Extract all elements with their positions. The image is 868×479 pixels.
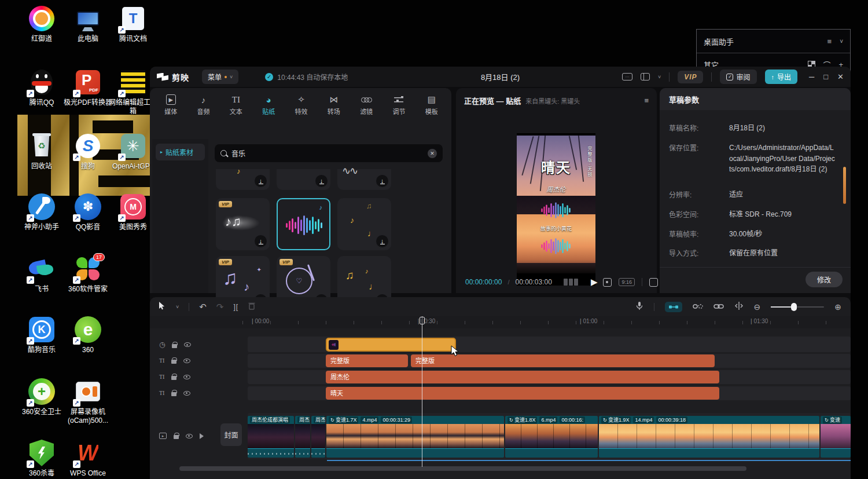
search-input[interactable]: 音乐 ✕ [215,144,443,162]
minimize-button[interactable]: ─ [809,72,814,81]
chevron-down-icon[interactable]: ˅ [176,304,179,310]
delete-icon[interactable] [248,302,255,312]
close-button[interactable]: ✕ [837,72,844,81]
undo-icon[interactable]: ↶ [199,302,207,312]
play-button[interactable]: ▶ [591,277,598,287]
desktop-icon-kugou[interactable]: K↗ 酷狗音乐 [15,316,68,354]
video-clip-7[interactable]: 变速 [821,416,851,458]
video-clip-6[interactable]: 变速1.9X 14.mp4 00:00:39:18 [599,416,819,458]
lock-icon[interactable] [172,344,177,348]
sticker-item-yellow-notes[interactable]: ♫ ♪ ♩ ↓ [337,198,391,250]
frame-view-icon[interactable] [564,279,578,286]
visibility-icon[interactable] [183,359,190,363]
lock-icon[interactable] [171,360,176,364]
desktop-icon-recycle-bin[interactable]: ♻ 回收站 [15,132,68,171]
layout-icon[interactable] [641,73,650,81]
tab-filters[interactable]: 滤镜 [350,92,382,120]
fullscreen-icon[interactable] [649,278,658,287]
slider-thumb[interactable] [791,303,797,311]
unlink-icon[interactable] [693,302,703,312]
modify-button[interactable]: 修改 [806,272,843,287]
preview-quality-icon[interactable] [603,278,612,287]
video-clip-4[interactable]: 变速1.7X 4.mp4 00:00:31:29 [326,416,504,458]
sticker-item[interactable]: ↓ [277,169,330,190]
vip-button[interactable]: VIP [678,71,703,83]
tab-audio[interactable]: ♪音频 [187,92,219,120]
sticker-item-spectrum-selected[interactable]: ♪ [277,198,330,250]
timeline-zoom-slider[interactable] [771,306,824,308]
visibility-icon[interactable] [183,375,190,379]
tab-templates[interactable]: ▤模板 [415,92,448,120]
tab-sticker[interactable]: ◕贴纸 [252,92,285,120]
cover-button[interactable]: 封面 [220,423,242,446]
text-clip[interactable]: 周杰伦 [326,371,719,383]
clear-search-icon[interactable]: ✕ [428,149,437,158]
download-icon[interactable]: ↓ [255,175,267,187]
select-tool-icon[interactable] [158,301,166,312]
download-icon[interactable]: ↓ [376,175,388,187]
video-clip-1[interactable]: 周杰伦成都演唱 [248,416,294,458]
review-button[interactable]: ✓ 审阅 [720,70,756,84]
desktop-icon-360-browser[interactable]: e↗ 360 [61,316,115,354]
text-clip[interactable]: 完整版 [326,354,408,367]
desktop-icon-360-safe[interactable]: +↗ 360安全卫士 [15,378,68,416]
playhead-handle[interactable] [420,317,425,324]
lock-icon[interactable] [171,376,176,380]
timeline-horizontal-scrollbar[interactable] [179,466,746,471]
video-clip-3[interactable]: 周杰 [311,416,325,458]
chevron-down-icon[interactable]: ˅ [658,74,661,80]
maximize-button[interactable]: □ [823,72,828,81]
tab-media[interactable]: ▸媒体 [155,92,187,120]
timeline-ruler[interactable]: 00:00 00:30 01:00 01:30 [150,316,851,328]
desktop-icon-360-antivirus[interactable]: ↗ 360杀毒 [15,439,68,478]
text-clip[interactable]: 晴天 [326,387,719,400]
chevron-down-icon[interactable]: ˅ [840,38,843,45]
zoom-in-icon[interactable]: ⊕ [834,302,841,312]
menu-button[interactable]: 菜单 ˅ [202,70,238,84]
visibility-icon[interactable] [183,391,190,396]
desktop-icon-tencent-docs[interactable]: T↗ 腾讯文档 [106,5,160,43]
playhead[interactable] [422,316,422,467]
visibility-icon[interactable] [184,342,191,347]
video-preview[interactable]: 晴天 周杰伦 完整版·无损 故事的小黄花 [517,133,595,286]
desktop-icon-qq[interactable]: ↗ 腾讯QQ [15,68,68,107]
link-icon[interactable] [713,302,724,312]
tab-effects[interactable]: ✧特效 [285,92,317,120]
panel-scrollbar[interactable] [843,167,846,204]
sidebar-item-sticker-material[interactable]: ▸ 贴纸素材 [156,144,205,160]
sticker-item[interactable]: ♪ ↓ [216,169,270,190]
menu-icon[interactable]: ≡ [827,37,832,46]
download-icon[interactable]: ↓ [376,235,388,247]
split-track-icon[interactable] [734,302,744,312]
tab-adjust[interactable]: 调节 [382,92,415,120]
assistant-header[interactable]: 桌面助手 ≡ ˅ [697,30,850,53]
audio-track-strip[interactable] [327,460,851,461]
download-icon[interactable]: ↓ [315,175,328,187]
preview-menu-icon[interactable]: ≡ [644,96,649,105]
sticker-item[interactable]: ∿∿ ↓ [337,169,391,190]
download-icon[interactable]: ↓ [255,235,267,247]
desktop-icon-360-manager[interactable]: 17↗ 360软件管家 [61,255,115,294]
desktop-icon-wps[interactable]: W↗ WPS Office [61,439,115,478]
sticker-clip-selected[interactable] [326,338,456,352]
desktop-icon-hongyudao[interactable]: 红御道 [15,5,68,43]
record-voiceover-icon[interactable] [635,301,643,313]
export-button[interactable]: ↑ 导出 [765,70,798,84]
desktop-icon-shenfu-helper[interactable]: ↗ 神斧小助手 [15,193,68,232]
snap-toggle-icon[interactable] [665,302,682,312]
tab-transitions[interactable]: ⋈转场 [318,92,350,120]
video-clip-2[interactable]: 周杰 [295,416,310,458]
zoom-out-icon[interactable]: ⊖ [754,302,761,312]
desktop-icon-ocam[interactable]: ↗ 屏幕录像机(oCam)500... [61,378,115,425]
captions-icon[interactable]: ⋯ [622,73,632,81]
visibility-icon[interactable] [186,434,193,438]
split-icon[interactable]: ][ [233,303,238,311]
video-clip-5[interactable]: 变速1.8X 6.mp4 00:00:16: [505,416,598,458]
audio-mute-icon[interactable] [200,433,207,439]
redo-icon[interactable]: ↷ [216,302,224,312]
aspect-ratio-button[interactable]: 9:16 [619,278,635,286]
sticker-item-vip-smoke-notes[interactable]: VIP ♪♫ ↓ [216,198,270,250]
tab-text[interactable]: TI文本 [220,92,252,120]
lock-icon[interactable] [174,435,179,439]
desktop-icon-feishu[interactable]: ↗ 飞书 [15,255,68,294]
